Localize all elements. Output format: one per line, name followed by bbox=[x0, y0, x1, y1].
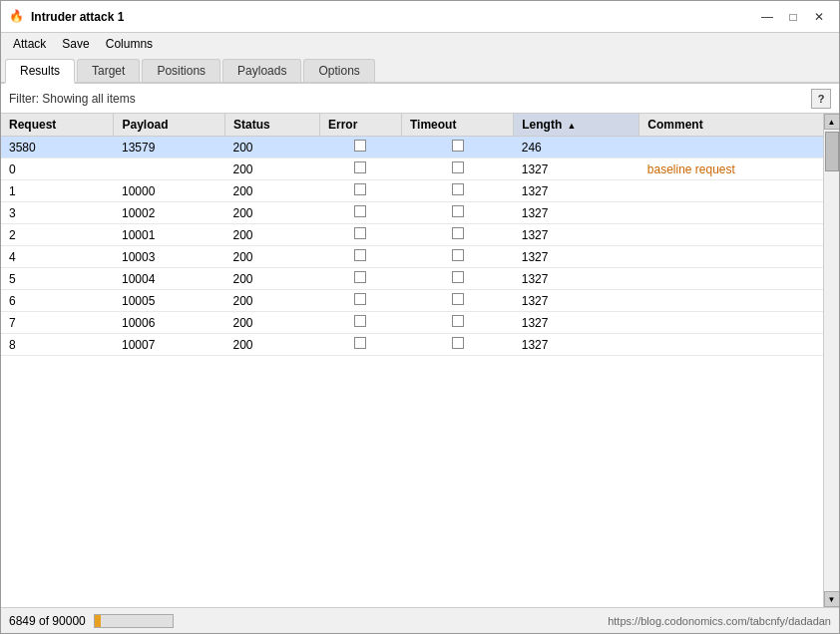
table-row[interactable]: 8100072001327 bbox=[1, 334, 823, 356]
cell-comment bbox=[639, 202, 823, 224]
table-row[interactable]: 3100022001327 bbox=[1, 202, 823, 224]
table-row[interactable]: 1100002001327 bbox=[1, 180, 823, 202]
cell-request: 8 bbox=[1, 334, 114, 356]
col-status[interactable]: Status bbox=[225, 114, 320, 137]
cell-error bbox=[319, 202, 401, 224]
scrollbar-up-button[interactable]: ▲ bbox=[824, 114, 840, 130]
tab-payloads[interactable]: Payloads bbox=[222, 59, 301, 82]
col-comment[interactable]: Comment bbox=[639, 114, 823, 137]
menu-save[interactable]: Save bbox=[54, 35, 97, 53]
cell-timeout-checkbox[interactable] bbox=[452, 293, 464, 305]
cell-error bbox=[319, 137, 401, 158]
cell-timeout-checkbox[interactable] bbox=[452, 161, 464, 173]
cell-error-checkbox[interactable] bbox=[354, 183, 366, 195]
cell-timeout-checkbox[interactable] bbox=[452, 271, 464, 283]
cell-payload: 10000 bbox=[114, 180, 225, 202]
cell-timeout-checkbox[interactable] bbox=[452, 337, 464, 349]
scrollbar-thumb[interactable] bbox=[825, 132, 839, 171]
close-button[interactable]: ✕ bbox=[807, 7, 831, 27]
cell-timeout bbox=[401, 137, 513, 158]
cell-error-checkbox[interactable] bbox=[354, 293, 366, 305]
cell-request: 5 bbox=[1, 268, 114, 290]
table-body: 35801357920024602001327baseline request1… bbox=[1, 137, 823, 356]
window-title: Intruder attack 1 bbox=[31, 10, 124, 24]
cell-error bbox=[319, 246, 401, 268]
cell-length: 1327 bbox=[514, 290, 639, 312]
table-row[interactable]: 4100032001327 bbox=[1, 246, 823, 268]
cell-error-checkbox[interactable] bbox=[354, 337, 366, 349]
cell-timeout-checkbox[interactable] bbox=[452, 227, 464, 239]
tab-results[interactable]: Results bbox=[5, 59, 75, 84]
col-payload[interactable]: Payload bbox=[114, 114, 225, 137]
cell-comment bbox=[639, 180, 823, 202]
cell-timeout-checkbox[interactable] bbox=[452, 183, 464, 195]
cell-length: 246 bbox=[514, 137, 639, 158]
table-row[interactable]: 02001327baseline request bbox=[1, 158, 823, 180]
cell-error-checkbox[interactable] bbox=[354, 315, 366, 327]
title-bar: 🔥 Intruder attack 1 — □ ✕ bbox=[1, 1, 839, 33]
main-window: 🔥 Intruder attack 1 — □ ✕ Attack Save Co… bbox=[0, 0, 840, 634]
cell-timeout bbox=[401, 180, 513, 202]
menu-bar: Attack Save Columns bbox=[1, 33, 839, 55]
cell-error-checkbox[interactable] bbox=[354, 205, 366, 217]
window-controls: — □ ✕ bbox=[755, 7, 831, 27]
cell-timeout bbox=[401, 246, 513, 268]
cell-timeout bbox=[401, 224, 513, 246]
col-request[interactable]: Request bbox=[1, 114, 114, 137]
cell-error-checkbox[interactable] bbox=[354, 271, 366, 283]
cell-timeout bbox=[401, 268, 513, 290]
cell-length: 1327 bbox=[514, 312, 639, 334]
cell-length: 1327 bbox=[514, 180, 639, 202]
cell-status: 200 bbox=[225, 224, 320, 246]
cell-timeout-checkbox[interactable] bbox=[452, 249, 464, 261]
col-timeout[interactable]: Timeout bbox=[401, 114, 513, 137]
table-row[interactable]: 5100042001327 bbox=[1, 268, 823, 290]
cell-error-checkbox[interactable] bbox=[354, 227, 366, 239]
minimize-button[interactable]: — bbox=[755, 7, 779, 27]
menu-attack[interactable]: Attack bbox=[5, 35, 54, 53]
col-length[interactable]: Length ▲ bbox=[514, 114, 639, 137]
tabs-bar: Results Target Positions Payloads Option… bbox=[1, 55, 839, 84]
tab-options[interactable]: Options bbox=[303, 59, 374, 82]
maximize-button[interactable]: □ bbox=[781, 7, 805, 27]
cell-error-checkbox[interactable] bbox=[354, 249, 366, 261]
cell-status: 200 bbox=[225, 290, 320, 312]
tab-positions[interactable]: Positions bbox=[142, 59, 220, 82]
cell-payload: 10002 bbox=[114, 202, 225, 224]
filter-bar: Filter: Showing all items ? bbox=[1, 84, 839, 114]
table-row[interactable]: 358013579200246 bbox=[1, 137, 823, 158]
status-url: https://blog.codonomics.com/tabcnfy/dada… bbox=[608, 615, 831, 627]
cell-status: 200 bbox=[225, 158, 320, 180]
cell-timeout-checkbox[interactable] bbox=[452, 315, 464, 327]
cell-request: 6 bbox=[1, 290, 114, 312]
scrollbar-down-button[interactable]: ▼ bbox=[824, 591, 840, 607]
app-icon: 🔥 bbox=[9, 9, 25, 25]
table-scroll[interactable]: Request Payload Status Error Timeout Len… bbox=[1, 114, 823, 607]
title-bar-left: 🔥 Intruder attack 1 bbox=[9, 9, 124, 25]
tab-target[interactable]: Target bbox=[77, 59, 140, 82]
cell-timeout-checkbox[interactable] bbox=[452, 205, 464, 217]
cell-request: 7 bbox=[1, 312, 114, 334]
filter-help-button[interactable]: ? bbox=[811, 89, 831, 109]
cell-request: 3580 bbox=[1, 137, 114, 158]
table-row[interactable]: 7100062001327 bbox=[1, 312, 823, 334]
cell-payload: 10001 bbox=[114, 224, 225, 246]
cell-comment bbox=[639, 224, 823, 246]
table-row[interactable]: 2100012001327 bbox=[1, 224, 823, 246]
table-row[interactable]: 6100052001327 bbox=[1, 290, 823, 312]
cell-request: 3 bbox=[1, 202, 114, 224]
cell-comment bbox=[639, 290, 823, 312]
cell-length: 1327 bbox=[514, 202, 639, 224]
progress-text: 6849 of 90000 bbox=[9, 614, 86, 628]
cell-timeout bbox=[401, 334, 513, 356]
cell-payload: 10007 bbox=[114, 334, 225, 356]
filter-label: Filter: Showing all items bbox=[9, 92, 136, 106]
cell-status: 200 bbox=[225, 202, 320, 224]
cell-payload: 10004 bbox=[114, 268, 225, 290]
col-error[interactable]: Error bbox=[319, 114, 401, 137]
menu-columns[interactable]: Columns bbox=[98, 35, 161, 53]
cell-timeout-checkbox[interactable] bbox=[452, 140, 464, 152]
cell-error-checkbox[interactable] bbox=[354, 140, 366, 152]
cell-payload: 10006 bbox=[114, 312, 225, 334]
cell-error-checkbox[interactable] bbox=[354, 161, 366, 173]
